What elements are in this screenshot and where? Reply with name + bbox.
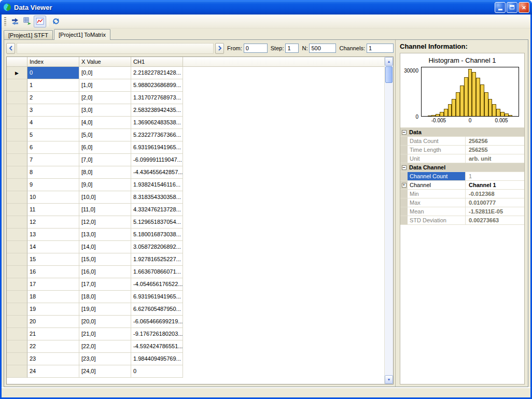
- property-group-data[interactable]: −Data: [400, 128, 524, 137]
- scrollbar-track[interactable]: [385, 66, 393, 375]
- table-row[interactable]: 20[20,0]-6.065466699219...: [7, 316, 393, 328]
- property-label[interactable]: Data Count: [408, 137, 466, 145]
- row-header[interactable]: [7, 253, 27, 266]
- property-label[interactable]: Max: [408, 198, 466, 207]
- row-header[interactable]: [7, 303, 27, 316]
- property-row-channel-count[interactable]: Channel Count1: [400, 172, 524, 181]
- table-row[interactable]: 9[9,0]1.938241546116...: [7, 179, 393, 191]
- row-header[interactable]: [7, 166, 27, 179]
- n-input[interactable]: [309, 44, 336, 53]
- cell-index[interactable]: 6: [27, 141, 79, 154]
- row-header[interactable]: [7, 179, 27, 191]
- table-row[interactable]: 14[14,0]3.058728206892...: [7, 241, 393, 253]
- table-row[interactable]: 17[17,0]-4.054656176522...: [7, 278, 393, 291]
- cell-ch1[interactable]: 5.129651837054...: [131, 216, 183, 229]
- cell-index[interactable]: 20: [27, 316, 79, 328]
- table-row[interactable]: 6[6,0]6.931961941965...: [7, 141, 393, 154]
- cell-index[interactable]: 17: [27, 278, 79, 291]
- cell-index[interactable]: 0: [27, 67, 79, 79]
- cell-ch1[interactable]: 0: [131, 365, 183, 378]
- cell-xvalue[interactable]: [11,0]: [79, 204, 131, 216]
- cell-index[interactable]: 19: [27, 303, 79, 316]
- property-label[interactable]: Mean: [408, 207, 466, 216]
- row-header[interactable]: [7, 328, 27, 340]
- cell-index[interactable]: 18: [27, 291, 79, 303]
- property-value[interactable]: 0.0100777: [466, 198, 524, 207]
- scroll-right-button[interactable]: [215, 43, 224, 54]
- cell-index[interactable]: 1: [27, 79, 79, 92]
- cell-index[interactable]: 5: [27, 129, 79, 141]
- channels-input[interactable]: [367, 44, 394, 53]
- row-header[interactable]: [7, 154, 27, 166]
- cell-xvalue[interactable]: [20,0]: [79, 316, 131, 328]
- row-header[interactable]: [7, 229, 27, 241]
- table-row[interactable]: 5[5,0]5.232277367366...: [7, 129, 393, 141]
- cell-index[interactable]: 4: [27, 117, 79, 129]
- scroll-left-button[interactable]: [6, 43, 15, 54]
- cell-ch1[interactable]: 1.663670866071...: [131, 266, 183, 278]
- stft-transform-icon[interactable]: [9, 16, 21, 27]
- table-row[interactable]: ▶0[0,0]2.218227821428...: [7, 67, 393, 79]
- cell-ch1[interactable]: 6.627605487950...: [131, 303, 183, 316]
- column-header-ch1[interactable]: CH1: [131, 57, 183, 67]
- row-header[interactable]: [7, 104, 27, 117]
- property-row-min[interactable]: Min-0.012368: [400, 190, 524, 198]
- table-row[interactable]: 8[8,0]-4.436455642857...: [7, 166, 393, 179]
- cell-xvalue[interactable]: [10,0]: [79, 191, 131, 204]
- row-header[interactable]: [7, 216, 27, 229]
- table-row[interactable]: 3[3,0]2.583238942435...: [7, 104, 393, 117]
- cell-ch1[interactable]: 3.058728206892...: [131, 241, 183, 253]
- row-header[interactable]: [7, 353, 27, 365]
- cell-xvalue[interactable]: [23,0]: [79, 353, 131, 365]
- property-row-channel[interactable]: +ChannelChannel 1: [400, 181, 524, 190]
- cell-index[interactable]: 22: [27, 340, 79, 353]
- row-header[interactable]: ▶: [7, 67, 27, 79]
- cell-xvalue[interactable]: [22,0]: [79, 340, 131, 353]
- cell-xvalue[interactable]: [5,0]: [79, 129, 131, 141]
- property-value[interactable]: 1: [466, 172, 524, 180]
- cell-xvalue[interactable]: [8,0]: [79, 166, 131, 179]
- cell-ch1[interactable]: 1.317072768973...: [131, 92, 183, 104]
- maximize-button[interactable]: [507, 2, 517, 13]
- cell-xvalue[interactable]: [24,0]: [79, 365, 131, 378]
- cell-ch1[interactable]: -6.099991119047...: [131, 154, 183, 166]
- cell-xvalue[interactable]: [2,0]: [79, 92, 131, 104]
- property-row-time-length[interactable]: Time Length256255: [400, 146, 524, 154]
- table-row[interactable]: 13[13,0]5.180016873038...: [7, 229, 393, 241]
- cell-xvalue[interactable]: [16,0]: [79, 266, 131, 278]
- row-header[interactable]: [7, 340, 27, 353]
- property-value[interactable]: -1.52811E-05: [466, 207, 524, 216]
- cell-ch1[interactable]: 2.583238942435...: [131, 104, 183, 117]
- table-row[interactable]: 4[4,0]1.369062483538...: [7, 117, 393, 129]
- table-row[interactable]: 1[1,0]5.988023686899...: [7, 79, 393, 92]
- cell-xvalue[interactable]: [21,0]: [79, 328, 131, 340]
- collapse-icon[interactable]: −: [402, 165, 407, 170]
- row-header[interactable]: [7, 204, 27, 216]
- row-header[interactable]: [7, 79, 27, 92]
- cell-index[interactable]: 12: [27, 216, 79, 229]
- cell-index[interactable]: 23: [27, 353, 79, 365]
- cell-index[interactable]: 10: [27, 191, 79, 204]
- cell-xvalue[interactable]: [0,0]: [79, 67, 131, 79]
- cell-ch1[interactable]: 5.180016873038...: [131, 229, 183, 241]
- cell-index[interactable]: 8: [27, 166, 79, 179]
- property-group-data-channel[interactable]: −Data Channel: [400, 163, 524, 172]
- cell-ch1[interactable]: -4.592424786551...: [131, 340, 183, 353]
- property-value[interactable]: 0.00273663: [466, 216, 524, 224]
- cell-ch1[interactable]: 4.332476213728...: [131, 204, 183, 216]
- cell-xvalue[interactable]: [17,0]: [79, 278, 131, 291]
- property-value[interactable]: arb. unit: [466, 154, 524, 163]
- plot-viewer-icon[interactable]: [34, 16, 46, 27]
- row-header[interactable]: [7, 141, 27, 154]
- cell-index[interactable]: 3: [27, 104, 79, 117]
- vertical-scrollbar[interactable]: ▲ ▼: [384, 57, 393, 384]
- cell-index[interactable]: 24: [27, 365, 79, 378]
- property-label[interactable]: Min: [408, 190, 466, 198]
- cell-index[interactable]: 7: [27, 154, 79, 166]
- cell-xvalue[interactable]: [19,0]: [79, 303, 131, 316]
- cell-xvalue[interactable]: [14,0]: [79, 241, 131, 253]
- cell-xvalue[interactable]: [15,0]: [79, 253, 131, 266]
- row-header[interactable]: [7, 266, 27, 278]
- cell-ch1[interactable]: 6.931961941965...: [131, 141, 183, 154]
- row-header[interactable]: [7, 365, 27, 378]
